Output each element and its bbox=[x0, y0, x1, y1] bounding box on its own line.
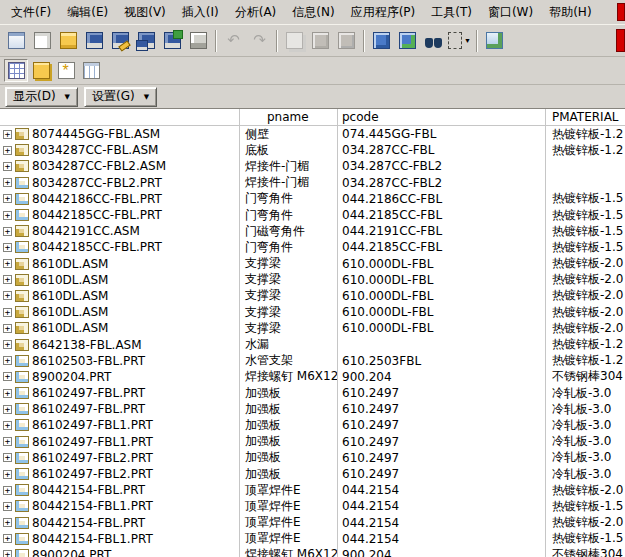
clipped-red-icon-menubar[interactable] bbox=[617, 3, 625, 21]
regenerate-button[interactable] bbox=[369, 28, 394, 53]
print-button[interactable] bbox=[186, 28, 211, 53]
model-tree-row[interactable]: +86102497-FBL.PRT加强板610.2497冷轧板-3.0 bbox=[0, 385, 625, 401]
expand-plus-icon[interactable]: + bbox=[3, 146, 12, 155]
menu-help[interactable]: 帮助(H) bbox=[541, 1, 599, 24]
expand-plus-icon[interactable]: + bbox=[3, 275, 12, 284]
expand-plus-icon[interactable]: + bbox=[3, 453, 12, 462]
expand-plus-icon[interactable]: + bbox=[3, 178, 12, 187]
model-tree-row[interactable]: +86102497-FBL2.PRT加强板610.2497冷轧板-3.0 bbox=[0, 450, 625, 466]
expand-plus-icon[interactable]: + bbox=[3, 227, 12, 236]
expand-plus-icon[interactable]: + bbox=[3, 243, 12, 252]
expand-plus-icon[interactable]: + bbox=[3, 291, 12, 300]
part-icon bbox=[15, 500, 29, 512]
pmaterial-cell: 冷轧板-3.0 bbox=[545, 385, 625, 401]
expand-plus-icon[interactable]: + bbox=[3, 372, 12, 381]
menu-insert[interactable]: 插入(I) bbox=[174, 1, 227, 24]
expand-plus-icon[interactable]: + bbox=[3, 518, 12, 527]
menu-analysis[interactable]: 分析(A) bbox=[227, 1, 285, 24]
redo-button[interactable]: ↷ bbox=[247, 28, 272, 53]
model-tree-row[interactable]: +8610DL.ASM支撑梁610.000DL-FBL热镀锌板-2.0 bbox=[0, 272, 625, 288]
tree-cell: +8610DL.ASM bbox=[0, 320, 240, 336]
save-copy-button[interactable] bbox=[160, 28, 185, 53]
main-toolbar: ↶↷▼ bbox=[0, 25, 625, 57]
expand-plus-icon[interactable]: + bbox=[3, 405, 12, 414]
model-tree-row[interactable]: +80442185CC-FBL.PRT门弯角件044.2185CC-FBL热镀锌… bbox=[0, 239, 625, 255]
column-header-pname[interactable]: pname bbox=[240, 109, 337, 125]
menu-applications[interactable]: 应用程序(P) bbox=[343, 1, 424, 24]
model-tree-row[interactable]: +8034287CC-FBL2.PRT焊接件-门楣034.287CC-FBL2 bbox=[0, 175, 625, 191]
expand-plus-icon[interactable]: + bbox=[3, 194, 12, 203]
model-tree-row[interactable]: +80442154-FBL1.PRT顶罩焊件E044.2154热镀锌板-1.5 bbox=[0, 498, 625, 514]
expand-plus-icon[interactable]: + bbox=[3, 340, 12, 349]
model-tree-row[interactable]: +86102497-FBL1.PRT加强板610.2497冷轧板-3.0 bbox=[0, 434, 625, 450]
column-header-pcode[interactable]: pcode bbox=[337, 109, 545, 125]
model-tree-row[interactable]: +8900204.PRT焊接螺钉 M6X12900.204不锈钢棒304 bbox=[0, 369, 625, 385]
expand-plus-icon[interactable]: + bbox=[3, 130, 12, 139]
pname-cell: 顶罩焊件E bbox=[240, 515, 337, 531]
show-dropdown-button[interactable]: 显示(D) ▼ bbox=[5, 87, 78, 107]
model-tree-row[interactable]: +80442154-FBL1.PRT顶罩焊件E044.2154热镀锌板-1.5 bbox=[0, 531, 625, 547]
model-tree-row[interactable]: +8610DL.ASM支撑梁610.000DL-FBL热镀锌板-2.0 bbox=[0, 304, 625, 320]
menu-info[interactable]: 信息(N) bbox=[284, 1, 342, 24]
expand-plus-icon[interactable]: + bbox=[3, 534, 12, 543]
copy-button[interactable] bbox=[282, 28, 307, 53]
model-tree-row[interactable]: +8610DL.ASM支撑梁610.000DL-FBL热镀锌板-2.0 bbox=[0, 288, 625, 304]
expand-plus-icon[interactable]: + bbox=[3, 550, 12, 557]
model-tree-row[interactable]: +80442186CC-FBL.PRT门弯角件044.2186CC-FBL热镀锌… bbox=[0, 191, 625, 207]
menu-window[interactable]: 窗口(W) bbox=[480, 1, 541, 24]
save-as-button[interactable] bbox=[108, 28, 133, 53]
clipped-red-icon-toolbar[interactable] bbox=[616, 29, 625, 52]
model-tree-row[interactable]: +80442154-FBL.PRT顶罩焊件E044.2154热镀锌板-2.0 bbox=[0, 482, 625, 498]
expand-plus-icon[interactable]: + bbox=[3, 356, 12, 365]
new-file-button[interactable] bbox=[30, 28, 55, 53]
expand-plus-icon[interactable]: + bbox=[3, 308, 12, 317]
model-tree-toggle-button[interactable] bbox=[4, 59, 28, 82]
select-filter-button[interactable]: ▼ bbox=[447, 28, 472, 53]
model-tree-row[interactable]: +80442191CC.ASM门磁弯角件044.2191CC-FBL热镀锌板-1… bbox=[0, 223, 625, 239]
expand-plus-icon[interactable]: + bbox=[3, 437, 12, 446]
save-button[interactable] bbox=[82, 28, 107, 53]
expand-plus-icon[interactable]: + bbox=[3, 162, 12, 171]
expand-plus-icon[interactable]: + bbox=[3, 259, 12, 268]
undo-button[interactable]: ↶ bbox=[221, 28, 246, 53]
new-object-button[interactable] bbox=[4, 28, 29, 53]
pcode-cell: 044.2154 bbox=[337, 515, 545, 531]
model-tree-row[interactable]: +8074445GG-FBL.ASM侧壁074.445GG-FBL热镀锌板-1.… bbox=[0, 126, 625, 142]
model-tree-row[interactable]: +8034287CC-FBL.ASM底板034.287CC-FBL热镀锌板-1.… bbox=[0, 142, 625, 158]
model-tree-row[interactable]: +80442185CC-FBL.PRT门弯角件044.2185CC-FBL热镀锌… bbox=[0, 207, 625, 223]
menu-edit[interactable]: 编辑(E) bbox=[59, 1, 116, 24]
model-tree-row[interactable]: +86102497-FBL.PRT加强板610.2497冷轧板-3.0 bbox=[0, 401, 625, 417]
favorites-button[interactable] bbox=[54, 59, 78, 82]
model-tree-row[interactable]: +86102497-FBL2.PRT加强板610.2497冷轧板-3.0 bbox=[0, 466, 625, 482]
custom-regenerate-button[interactable] bbox=[395, 28, 420, 53]
menu-view[interactable]: 视图(V) bbox=[116, 1, 174, 24]
paste-button[interactable] bbox=[308, 28, 333, 53]
backup-button[interactable] bbox=[134, 28, 159, 53]
find-button[interactable] bbox=[421, 28, 446, 53]
menu-file[interactable]: 文件(F) bbox=[3, 1, 59, 24]
expand-plus-icon[interactable]: + bbox=[3, 389, 12, 398]
folder-browser-button[interactable] bbox=[29, 59, 53, 82]
open-button[interactable] bbox=[56, 28, 81, 53]
settings-dropdown-button[interactable]: 设置(G) ▼ bbox=[84, 87, 157, 107]
pcode-cell: 610.000DL-FBL bbox=[337, 288, 545, 304]
model-tree-row[interactable]: +80442154-FBL.PRT顶罩焊件E044.2154热镀锌板-2.0 bbox=[0, 515, 625, 531]
expand-plus-icon[interactable]: + bbox=[3, 502, 12, 511]
model-tree-row[interactable]: +8642138-FBL.ASM水漏热镀锌板-1.2 bbox=[0, 336, 625, 352]
model-tree-row[interactable]: +86102503-FBL.PRT水管支架610.2503FBL热镀锌板-1.2 bbox=[0, 353, 625, 369]
model-tree-row[interactable]: +8034287CC-FBL2.ASM焊接件-门楣034.287CC-FBL2 bbox=[0, 158, 625, 174]
expand-plus-icon[interactable]: + bbox=[3, 324, 12, 333]
model-tree-row[interactable]: +8610DL.ASM支撑梁610.000DL-FBL热镀锌板-2.0 bbox=[0, 256, 625, 272]
model-tree-row[interactable]: +86102497-FBL1.PRT加强板610.2497冷轧板-3.0 bbox=[0, 417, 625, 433]
menu-tools[interactable]: 工具(T) bbox=[423, 1, 480, 24]
expand-plus-icon[interactable]: + bbox=[3, 211, 12, 220]
expand-plus-icon[interactable]: + bbox=[3, 421, 12, 430]
repaint-button[interactable] bbox=[482, 28, 507, 53]
expand-plus-icon[interactable]: + bbox=[3, 486, 12, 495]
layer-columns-button[interactable] bbox=[79, 59, 103, 82]
paste-special-button[interactable] bbox=[334, 28, 359, 53]
model-tree-row[interactable]: +8900204.PRT焊接螺钉 M6X12900.204不锈钢棒304 bbox=[0, 547, 625, 557]
expand-plus-icon[interactable]: + bbox=[3, 470, 12, 479]
model-tree-row[interactable]: +8610DL.ASM支撑梁610.000DL-FBL热镀锌板-2.0 bbox=[0, 320, 625, 336]
column-header-pmaterial[interactable]: PMATERIAL bbox=[545, 109, 625, 125]
